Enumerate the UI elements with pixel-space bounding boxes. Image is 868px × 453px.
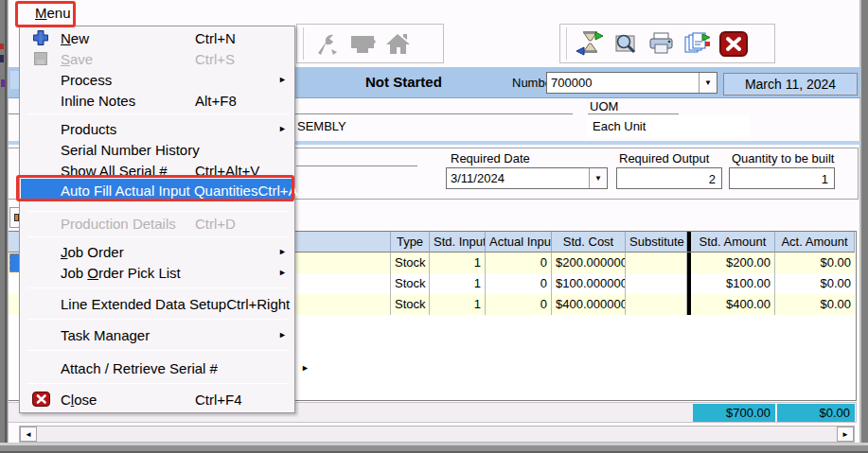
hidden-field-underline: [296, 166, 417, 166]
menu-item-close[interactable]: Close Ctrl+F4: [21, 388, 293, 410]
number-combo[interactable]: 700000 ▼: [546, 72, 717, 94]
home-icon: [384, 30, 413, 57]
desktop-speck: [0, 55, 4, 62]
horizontal-scrollbar[interactable]: ◄ ►: [19, 426, 855, 443]
quantity-to-build-input[interactable]: 1: [729, 167, 835, 189]
submenu-arrow-icon: ►: [278, 268, 293, 277]
menu-item-job-order-pick-list[interactable]: Job Order Pick List ►: [21, 262, 293, 283]
quantity-to-build-label: Quantity to be built: [732, 151, 834, 166]
menubar: Menu: [9, 0, 859, 23]
tool-icon: [312, 30, 341, 57]
scroll-left-button[interactable]: ◄: [20, 427, 37, 442]
menu-separator: [27, 211, 289, 212]
col-header-actual-input[interactable]: Actual Input: [486, 232, 552, 253]
cell-act-amount: $0.00: [775, 253, 855, 273]
copy-documents-button[interactable]: [680, 26, 716, 61]
cell-std-input: 1: [430, 273, 486, 294]
menu-separator: [27, 113, 289, 114]
required-output-input[interactable]: 2: [616, 167, 722, 189]
shortcut-label: Ctrl+F4: [195, 392, 278, 408]
col-header-type[interactable]: Type: [391, 232, 430, 253]
cell-std-input: 1: [430, 253, 486, 273]
shortcut-label: Ctrl+D: [195, 216, 278, 232]
menu-item-line-extended-data-setup[interactable]: Line Extended Data Setup Ctrl+Right: [21, 293, 293, 314]
col-header-std-cost[interactable]: Std. Cost: [552, 232, 626, 253]
menu-item-products[interactable]: Products ►: [21, 118, 293, 139]
shortcut-label: Ctrl+S: [195, 51, 278, 67]
preview-button[interactable]: [608, 26, 644, 61]
cell-actual-input: 0: [486, 294, 552, 315]
scroll-right-button[interactable]: ►: [837, 427, 854, 442]
submenu-arrow-icon: ►: [278, 75, 293, 84]
tool-icon-button[interactable]: [309, 26, 345, 61]
new-plus-icon: [21, 30, 61, 45]
required-date-value: 3/11/2024: [447, 168, 589, 188]
col-header-std-input[interactable]: Std. Input: [430, 232, 486, 253]
cell-std-cost: $100.000000: [552, 273, 626, 294]
application-window: Menu: [0, 0, 868, 453]
menu-dropdown: New Ctrl+N Save Ctrl+S Process ► Inline …: [19, 26, 295, 413]
date-display: March 11, 2024: [723, 73, 858, 96]
scroll-right-icon: ►: [841, 430, 849, 439]
cell-type: Stock: [391, 253, 430, 273]
col-header-std-amount[interactable]: Std. Amount: [691, 232, 775, 253]
cell-std-amount: $200.00: [691, 253, 775, 273]
menu-separator: [27, 383, 289, 384]
submenu-arrow-icon: ►: [278, 330, 293, 340]
uom-value: Each Unit: [587, 115, 750, 138]
cell-std-amount: $100.00: [691, 273, 775, 294]
menu-item-serial-number-history[interactable]: Serial Number History: [21, 139, 293, 160]
required-date-combo[interactable]: 3/11/2024 ▼: [446, 167, 608, 189]
print-button[interactable]: [644, 26, 680, 61]
toolbar-group-right: [559, 24, 775, 63]
status-bar-fragment: [10, 71, 19, 89]
cell-actual-input: 0: [486, 253, 552, 273]
number-value: 700000: [547, 73, 699, 93]
cell-actual-input: 0: [486, 273, 552, 294]
toolbar-group-left: [296, 24, 444, 63]
window-left-border-line: [5, 0, 7, 453]
menu-item-inline-notes[interactable]: Inline Notes Alt+F8: [21, 90, 293, 111]
required-output-label: Required Output: [619, 151, 709, 166]
menu-separator: [27, 319, 289, 320]
print-icon: [647, 30, 676, 57]
cell-act-amount: $0.00: [775, 273, 855, 294]
uom-underline: [588, 113, 679, 114]
cell-substitute: [626, 253, 687, 273]
required-date-dropdown-button[interactable]: ▼: [589, 168, 607, 188]
close-icon: [21, 392, 61, 407]
annotation-box-auto-fill: [16, 175, 294, 201]
menu-item-new[interactable]: New Ctrl+N: [21, 27, 293, 48]
cell-substitute: [626, 273, 687, 294]
chevron-down-icon: ▼: [594, 174, 602, 183]
cell-substitute: [626, 294, 687, 315]
menu-item-attach-retrieve-serial[interactable]: Attach / Retrieve Serial # ►: [21, 357, 293, 378]
cell-std-amount: $400.00: [691, 294, 775, 315]
menu-item-task-manager[interactable]: Task Manager ►: [21, 324, 293, 345]
device-icon: [348, 30, 377, 57]
menu-item-production-details[interactable]: Production Details Ctrl+D: [21, 213, 293, 234]
close-window-button[interactable]: [716, 26, 752, 61]
device-icon-button[interactable]: [345, 26, 381, 61]
required-date-label: Required Date: [451, 151, 530, 166]
cell-act-amount: $0.00: [775, 294, 855, 315]
product-description-partial: SEMBLY: [297, 119, 346, 133]
col-header-act-amount[interactable]: Act. Amount: [775, 232, 855, 253]
cell-std-cost: $200.000000: [552, 253, 626, 273]
menu-item-process[interactable]: Process ►: [21, 69, 293, 90]
history-hourglass-button[interactable]: [572, 26, 608, 61]
number-dropdown-button[interactable]: ▼: [699, 73, 717, 93]
home-icon-button[interactable]: [381, 26, 416, 61]
preview-icon: [611, 30, 640, 57]
total-std-amount: $700.00: [693, 404, 775, 422]
menu-item-job-order[interactable]: Job Order ►: [21, 241, 293, 262]
toolbar-separator: [303, 27, 305, 60]
shortcut-label: Alt+F8: [195, 93, 278, 109]
menu-item-save[interactable]: Save Ctrl+S: [21, 48, 293, 69]
col-header-substitute[interactable]: Substitute: [626, 232, 687, 253]
submenu-arrow-icon: ►: [278, 124, 293, 133]
cell-std-cost: $400.000000: [552, 294, 626, 315]
toolbar-separator: [566, 27, 568, 60]
cell-std-input: 1: [430, 294, 486, 315]
copy-documents-icon: [682, 30, 713, 57]
